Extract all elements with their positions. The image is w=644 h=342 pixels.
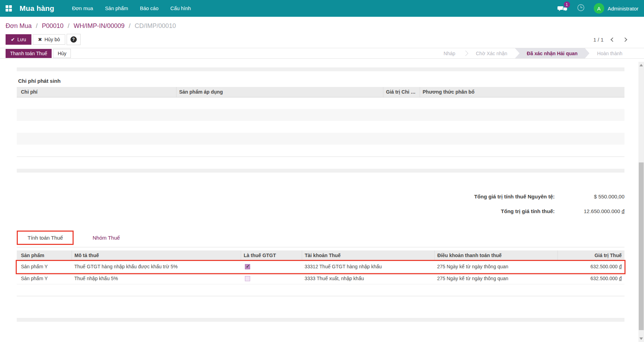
messages-icon[interactable]: 1 — [557, 4, 568, 13]
tax-base-totals: Tổng giá trị tính thuế Nguyên tệ: $ 550.… — [17, 189, 624, 219]
discard-button-label: Hủy bỏ — [44, 37, 60, 42]
cell-account[interactable]: 3333 Thuế xuất, nhập khẩu — [302, 272, 434, 284]
original-total-label: Tổng giá trị tính thuế Nguyên tệ: — [474, 194, 555, 199]
activities-clock-icon[interactable] — [577, 4, 585, 13]
cell-amount[interactable]: 632.500.000 đ — [557, 272, 624, 284]
table-stripe — [17, 67, 624, 71]
step-nhap[interactable]: Nháp — [436, 48, 463, 58]
question-icon: ? — [70, 36, 77, 43]
tax-row-2[interactable]: Sản phẩm Y Thuế nhập khẩu 5% 3333 Thuế x… — [17, 272, 624, 284]
spacer — [17, 296, 624, 318]
app-name[interactable]: Mua hàng — [20, 4, 54, 13]
pager-previous-icon[interactable] — [611, 37, 615, 42]
cell-is-vat — [241, 272, 302, 284]
costs-col-san-pham-ap-dung[interactable]: Sản phẩm áp dụng — [176, 87, 383, 97]
vertical-scrollbar[interactable] — [638, 62, 644, 342]
user-menu[interactable]: A Administrator — [594, 3, 638, 14]
breadcrumb-wh-imp-in[interactable]: WH/IMP-IN/00009 — [74, 22, 125, 29]
navbar-right: 1 A Administrator — [557, 3, 638, 14]
breadcrumb: Đơn Mua / P00010 / WH/IMP-IN/00009 / CD/… — [6, 22, 627, 30]
cell-product[interactable]: Sản phẩm Y — [17, 261, 72, 272]
tax-table: Sản phẩm Mô tả thuế Là thuế GTGT Tài kho… — [17, 250, 624, 297]
breadcrumb-separator: / — [129, 22, 130, 29]
costs-empty-row[interactable] — [17, 97, 624, 109]
cell-account[interactable]: 33312 Thuế GTGT hàng nhập khẩu — [302, 261, 434, 272]
breadcrumb-separator: / — [36, 22, 38, 29]
cell-payment-term[interactable]: 275 Ngày kể từ ngày thông quan — [434, 261, 557, 272]
pager: 1 / 1 — [593, 37, 627, 43]
breadcrumb-separator: / — [68, 22, 69, 29]
tax-empty-row[interactable] — [17, 284, 624, 296]
costs-empty-row[interactable] — [17, 145, 624, 157]
scrollbar-thumb[interactable] — [639, 162, 644, 330]
statusbar: Thanh toán Thuế Hủy Nháp Chờ Xác nhận Đã… — [0, 48, 644, 59]
breadcrumb-current: CD/IMP/00010 — [135, 22, 176, 29]
tax-row-1[interactable]: Sản phẩm Y Thuế GTGT hàng nhập khẩu được… — [17, 261, 624, 272]
pager-next-icon[interactable] — [623, 37, 627, 42]
menu-don-mua[interactable]: Đơn mua — [66, 0, 99, 17]
page: Mua hàng Đơn mua Sản phẩm Báo cáo Cấu hì… — [0, 0, 644, 342]
costs-header-row: Chi phí Sản phẩm áp dụng Giá trị Chi phí… — [17, 87, 624, 97]
tax-col-la-thue-gtgt[interactable]: Là thuế GTGT — [241, 250, 302, 261]
cell-product[interactable]: Sản phẩm Y — [17, 272, 72, 284]
original-total-value: $ 550.000,00 — [555, 194, 624, 199]
step-hoan-thanh[interactable]: Hoàn thành — [590, 48, 630, 58]
table-stripe — [17, 318, 624, 322]
apps-grid-icon[interactable] — [6, 5, 12, 12]
status-steps: Nháp Chờ Xác nhận Đã xác nhận Hải quan H… — [436, 48, 630, 58]
currency-symbol: đ — [619, 264, 622, 269]
spacer — [17, 157, 624, 169]
button-row: ✔ Lưu ✖ Hủy bỏ ? 1 / 1 — [6, 34, 627, 45]
step-cho-xac-nhan[interactable]: Chờ Xác nhận — [468, 48, 515, 58]
cell-description[interactable]: Thuế GTGT hàng nhập khẩu được khấu trừ 5… — [72, 261, 241, 272]
messages-badge: 1 — [564, 1, 570, 8]
cell-payment-term[interactable]: 275 Ngày kể từ ngày thông quan — [434, 272, 557, 284]
costs-empty-row[interactable] — [17, 109, 624, 121]
vat-checkbox[interactable] — [245, 264, 250, 269]
costs-table: Chi phí Sản phẩm áp dụng Giá trị Chi phí… — [17, 87, 624, 157]
save-button[interactable]: ✔ Lưu — [6, 34, 31, 45]
tax-col-dieu-khoan[interactable]: Điều khoản thanh toán thuế — [434, 250, 557, 261]
tax-col-tai-khoan[interactable]: Tài khoản Thuế — [302, 250, 434, 261]
spacer — [17, 322, 624, 337]
pager-value: 1 / 1 — [593, 37, 604, 43]
menu-cau-hinh[interactable]: Cấu hình — [164, 0, 197, 17]
tax-col-mo-ta[interactable]: Mô tả thuế — [72, 250, 241, 261]
menu-san-pham[interactable]: Sản phẩm — [99, 0, 134, 17]
original-currency-total: Tổng giá trị tính thuế Nguyên tệ: $ 550.… — [17, 189, 624, 204]
currency-symbol: đ — [619, 276, 622, 281]
tax-col-gia-tri[interactable]: Giá trị Thuế — [557, 250, 624, 261]
costs-col-phuong-thuc[interactable]: Phương thức phân bổ — [420, 87, 624, 97]
breadcrumb-don-mua[interactable]: Đơn Mua — [6, 22, 32, 29]
notebook-tabs: Tính toán Thuế Nhóm Thuế — [17, 228, 624, 247]
tax-grand-total: Tổng thuế: 1.265.000.000 đ — [17, 337, 624, 342]
menu-bao-cao[interactable]: Báo cáo — [134, 0, 164, 17]
save-button-label: Lưu — [17, 37, 26, 42]
step-separator-icon — [463, 51, 469, 56]
scroll-down-icon[interactable] — [639, 337, 643, 340]
vat-checkbox[interactable] — [245, 276, 250, 281]
costs-col-gia-tri[interactable]: Giá trị Chi phí... — [383, 87, 420, 97]
cell-description[interactable]: Thuế nhập khẩu 5% — [72, 272, 241, 284]
step-da-xac-nhan-hai-quan[interactable]: Đã xác nhận Hải quan — [515, 48, 589, 58]
cell-amount[interactable]: 632.500.000 đ — [557, 261, 624, 272]
tab-nhom-thue[interactable]: Nhóm Thuế — [83, 232, 129, 244]
user-name: Administrator — [608, 6, 638, 12]
form-sheet: Chi phí phát sinh Chi phí Sản phẩm áp dụ… — [0, 67, 644, 342]
tax-col-san-pham[interactable]: Sản phẩm — [17, 250, 72, 261]
help-button[interactable]: ? — [67, 34, 81, 45]
cell-is-vat — [241, 261, 302, 272]
tax-table-wrap: Sản phẩm Mô tả thuế Là thuế GTGT Tài kho… — [17, 250, 624, 297]
scroll-up-icon[interactable] — [639, 64, 643, 66]
pay-tax-button[interactable]: Thanh toán Thuế — [6, 49, 52, 58]
tab-tinh-toan-thue[interactable]: Tính toán Thuế — [18, 232, 73, 244]
avatar: A — [594, 3, 604, 14]
check-icon: ✔ — [11, 37, 15, 42]
costs-col-chi-phi[interactable]: Chi phí — [17, 87, 176, 97]
costs-empty-row[interactable] — [17, 133, 624, 145]
breadcrumb-p00010[interactable]: P00010 — [42, 22, 63, 29]
discard-button[interactable]: ✖ Hủy bỏ — [33, 34, 65, 45]
cross-icon: ✖ — [38, 37, 42, 42]
costs-empty-row[interactable] — [17, 121, 624, 133]
cancel-button[interactable]: Hủy — [53, 49, 71, 58]
